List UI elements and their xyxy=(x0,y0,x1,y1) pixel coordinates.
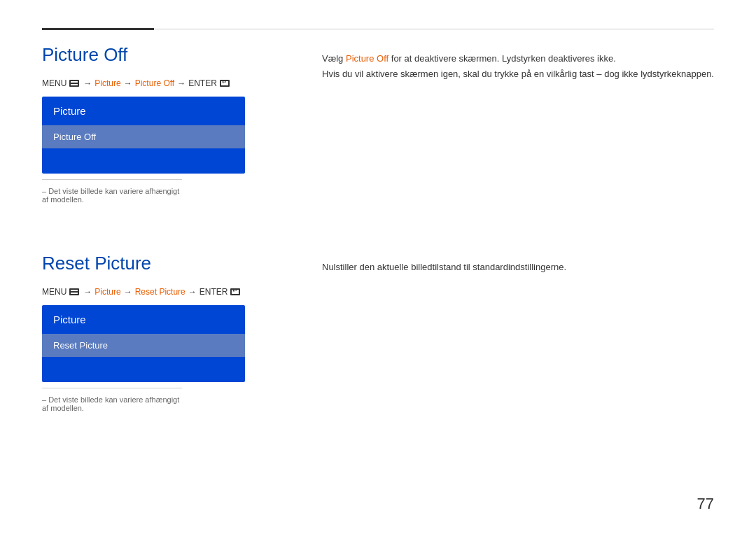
page-number: 77 xyxy=(697,495,714,513)
menu-item1-1: Picture xyxy=(94,78,120,88)
section-title-1: Picture Off xyxy=(42,44,294,66)
section-right-2: Nulstiller den aktuelle billedtilstand t… xyxy=(322,253,714,412)
note-section-2: – Det viste billede kan variere afhængig… xyxy=(42,388,182,412)
section-right-1: Vælg Picture Off for at deaktivere skærm… xyxy=(322,44,714,204)
description-line2-1: Hvis du vil aktivere skærmen igen, skal … xyxy=(322,66,714,82)
enter-label-1: ENTER xyxy=(188,78,217,88)
description-2: Nulstiller den aktuelle billedtilstand t… xyxy=(322,260,714,275)
enter-label-2: ENTER xyxy=(200,287,228,297)
section-left-1: Picture Off MENU → Picture → Picture Off… xyxy=(42,44,294,204)
menu-mockup-1: Picture Picture Off xyxy=(42,97,245,174)
menu-item2-2: Reset Picture xyxy=(135,287,186,297)
note-text-1: – Det viste billede kan variere afhængig… xyxy=(42,187,182,204)
page-container: Picture Off MENU → Picture → Picture Off… xyxy=(0,0,756,534)
divider-thin xyxy=(154,29,714,29)
menu-icon-1 xyxy=(69,80,79,87)
menu-filler-1 xyxy=(42,148,245,174)
menu-path-2: MENU → Picture → Reset Picture → ENTER xyxy=(42,287,294,297)
top-divider xyxy=(42,28,714,30)
menu-path-1: MENU → Picture → Picture Off → ENTER xyxy=(42,78,294,88)
arrow3-2: → xyxy=(188,287,197,297)
menu-item2-1: Picture Off xyxy=(135,78,174,88)
menu-icon-2 xyxy=(69,288,79,295)
section-picture-off: Picture Off MENU → Picture → Picture Off… xyxy=(42,44,714,204)
note-text-2: – Det viste billede kan variere afhængig… xyxy=(42,395,182,412)
menu-header-1: Picture xyxy=(42,97,245,125)
menu-label-1: MENU xyxy=(42,78,66,88)
arrow1-1: → xyxy=(83,78,92,88)
note-section-1: – Det viste billede kan variere afhængig… xyxy=(42,179,182,204)
spacer xyxy=(42,225,714,253)
arrow2-1: → xyxy=(124,78,132,88)
section-title-2: Reset Picture xyxy=(42,253,294,274)
menu-item1-2: Picture xyxy=(94,287,120,297)
menu-header-2: Picture xyxy=(42,305,245,334)
menu-mockup-2: Picture Reset Picture xyxy=(42,305,245,382)
arrow3-1: → xyxy=(177,78,186,88)
divider-thick xyxy=(42,28,154,30)
desc-highlight-1: Picture Off xyxy=(346,53,388,64)
desc-prefix-1: Vælg xyxy=(322,53,346,64)
enter-icon-1 xyxy=(220,80,230,87)
desc-suffix-1: for at deaktivere skærmen. Lydstyrken de… xyxy=(388,53,616,64)
description-line1-1: Vælg Picture Off for at deaktivere skærm… xyxy=(322,51,714,66)
menu-selected-2: Reset Picture xyxy=(42,334,245,357)
menu-label-2: MENU xyxy=(42,287,66,297)
section-reset-picture: Reset Picture MENU → Picture → Reset Pic… xyxy=(42,253,714,412)
arrow1-2: → xyxy=(83,287,92,297)
arrow2-2: → xyxy=(124,287,132,297)
menu-selected-1: Picture Off xyxy=(42,125,245,148)
menu-filler-2 xyxy=(42,357,245,382)
section-left-2: Reset Picture MENU → Picture → Reset Pic… xyxy=(42,253,294,412)
enter-icon-2 xyxy=(230,288,240,295)
